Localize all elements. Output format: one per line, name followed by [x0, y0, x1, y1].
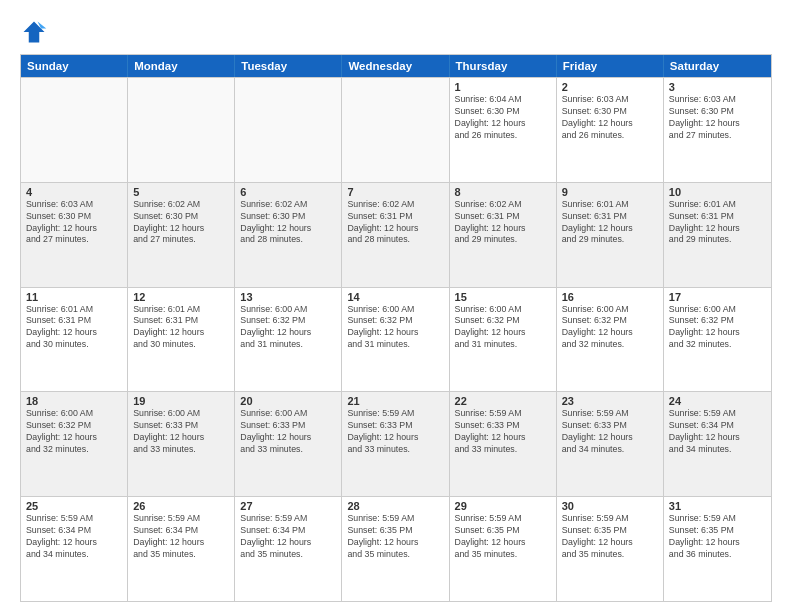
day-number: 5	[133, 186, 229, 198]
day-number: 4	[26, 186, 122, 198]
table-row: 21Sunrise: 5:59 AM Sunset: 6:33 PM Dayli…	[342, 392, 449, 496]
day-number: 7	[347, 186, 443, 198]
table-row: 18Sunrise: 6:00 AM Sunset: 6:32 PM Dayli…	[21, 392, 128, 496]
day-number: 14	[347, 291, 443, 303]
day-number: 30	[562, 500, 658, 512]
logo-icon	[20, 18, 48, 46]
cal-header-monday: Monday	[128, 55, 235, 77]
day-number: 19	[133, 395, 229, 407]
day-number: 15	[455, 291, 551, 303]
table-row: 31Sunrise: 5:59 AM Sunset: 6:35 PM Dayli…	[664, 497, 771, 601]
day-number: 8	[455, 186, 551, 198]
calendar: SundayMondayTuesdayWednesdayThursdayFrid…	[20, 54, 772, 602]
day-number: 9	[562, 186, 658, 198]
day-number: 1	[455, 81, 551, 93]
day-number: 17	[669, 291, 766, 303]
day-info: Sunrise: 5:59 AM Sunset: 6:35 PM Dayligh…	[347, 513, 443, 561]
day-info: Sunrise: 6:00 AM Sunset: 6:33 PM Dayligh…	[133, 408, 229, 456]
day-info: Sunrise: 6:01 AM Sunset: 6:31 PM Dayligh…	[562, 199, 658, 247]
table-row: 25Sunrise: 5:59 AM Sunset: 6:34 PM Dayli…	[21, 497, 128, 601]
day-info: Sunrise: 5:59 AM Sunset: 6:34 PM Dayligh…	[133, 513, 229, 561]
day-info: Sunrise: 6:02 AM Sunset: 6:30 PM Dayligh…	[133, 199, 229, 247]
table-row: 19Sunrise: 6:00 AM Sunset: 6:33 PM Dayli…	[128, 392, 235, 496]
day-number: 20	[240, 395, 336, 407]
cal-week-2: 4Sunrise: 6:03 AM Sunset: 6:30 PM Daylig…	[21, 182, 771, 287]
day-info: Sunrise: 6:02 AM Sunset: 6:30 PM Dayligh…	[240, 199, 336, 247]
day-info: Sunrise: 6:04 AM Sunset: 6:30 PM Dayligh…	[455, 94, 551, 142]
day-info: Sunrise: 6:00 AM Sunset: 6:32 PM Dayligh…	[455, 304, 551, 352]
table-row: 16Sunrise: 6:00 AM Sunset: 6:32 PM Dayli…	[557, 288, 664, 392]
day-number: 10	[669, 186, 766, 198]
table-row: 27Sunrise: 5:59 AM Sunset: 6:34 PM Dayli…	[235, 497, 342, 601]
cal-header-wednesday: Wednesday	[342, 55, 449, 77]
day-info: Sunrise: 5:59 AM Sunset: 6:33 PM Dayligh…	[562, 408, 658, 456]
table-row: 12Sunrise: 6:01 AM Sunset: 6:31 PM Dayli…	[128, 288, 235, 392]
day-info: Sunrise: 5:59 AM Sunset: 6:33 PM Dayligh…	[455, 408, 551, 456]
table-row	[235, 78, 342, 182]
table-row	[128, 78, 235, 182]
day-number: 18	[26, 395, 122, 407]
day-info: Sunrise: 6:02 AM Sunset: 6:31 PM Dayligh…	[455, 199, 551, 247]
table-row: 14Sunrise: 6:00 AM Sunset: 6:32 PM Dayli…	[342, 288, 449, 392]
day-number: 28	[347, 500, 443, 512]
day-info: Sunrise: 6:03 AM Sunset: 6:30 PM Dayligh…	[669, 94, 766, 142]
day-number: 16	[562, 291, 658, 303]
day-number: 12	[133, 291, 229, 303]
table-row: 10Sunrise: 6:01 AM Sunset: 6:31 PM Dayli…	[664, 183, 771, 287]
table-row: 28Sunrise: 5:59 AM Sunset: 6:35 PM Dayli…	[342, 497, 449, 601]
day-info: Sunrise: 6:01 AM Sunset: 6:31 PM Dayligh…	[669, 199, 766, 247]
table-row: 26Sunrise: 5:59 AM Sunset: 6:34 PM Dayli…	[128, 497, 235, 601]
day-info: Sunrise: 5:59 AM Sunset: 6:35 PM Dayligh…	[455, 513, 551, 561]
table-row: 1Sunrise: 6:04 AM Sunset: 6:30 PM Daylig…	[450, 78, 557, 182]
table-row: 13Sunrise: 6:00 AM Sunset: 6:32 PM Dayli…	[235, 288, 342, 392]
day-number: 31	[669, 500, 766, 512]
calendar-header: SundayMondayTuesdayWednesdayThursdayFrid…	[21, 55, 771, 77]
table-row	[21, 78, 128, 182]
day-info: Sunrise: 5:59 AM Sunset: 6:35 PM Dayligh…	[669, 513, 766, 561]
table-row: 9Sunrise: 6:01 AM Sunset: 6:31 PM Daylig…	[557, 183, 664, 287]
day-number: 22	[455, 395, 551, 407]
logo	[20, 18, 52, 46]
day-number: 21	[347, 395, 443, 407]
day-number: 13	[240, 291, 336, 303]
table-row: 2Sunrise: 6:03 AM Sunset: 6:30 PM Daylig…	[557, 78, 664, 182]
day-number: 6	[240, 186, 336, 198]
day-info: Sunrise: 6:00 AM Sunset: 6:32 PM Dayligh…	[240, 304, 336, 352]
cal-header-saturday: Saturday	[664, 55, 771, 77]
day-number: 26	[133, 500, 229, 512]
table-row: 8Sunrise: 6:02 AM Sunset: 6:31 PM Daylig…	[450, 183, 557, 287]
day-info: Sunrise: 6:03 AM Sunset: 6:30 PM Dayligh…	[562, 94, 658, 142]
day-info: Sunrise: 6:00 AM Sunset: 6:32 PM Dayligh…	[669, 304, 766, 352]
cal-week-5: 25Sunrise: 5:59 AM Sunset: 6:34 PM Dayli…	[21, 496, 771, 601]
day-info: Sunrise: 6:03 AM Sunset: 6:30 PM Dayligh…	[26, 199, 122, 247]
day-info: Sunrise: 5:59 AM Sunset: 6:34 PM Dayligh…	[669, 408, 766, 456]
table-row: 29Sunrise: 5:59 AM Sunset: 6:35 PM Dayli…	[450, 497, 557, 601]
table-row: 11Sunrise: 6:01 AM Sunset: 6:31 PM Dayli…	[21, 288, 128, 392]
day-number: 3	[669, 81, 766, 93]
day-number: 23	[562, 395, 658, 407]
header	[20, 18, 772, 46]
day-info: Sunrise: 6:01 AM Sunset: 6:31 PM Dayligh…	[26, 304, 122, 352]
table-row: 3Sunrise: 6:03 AM Sunset: 6:30 PM Daylig…	[664, 78, 771, 182]
table-row: 4Sunrise: 6:03 AM Sunset: 6:30 PM Daylig…	[21, 183, 128, 287]
cal-week-4: 18Sunrise: 6:00 AM Sunset: 6:32 PM Dayli…	[21, 391, 771, 496]
table-row: 7Sunrise: 6:02 AM Sunset: 6:31 PM Daylig…	[342, 183, 449, 287]
table-row: 17Sunrise: 6:00 AM Sunset: 6:32 PM Dayli…	[664, 288, 771, 392]
table-row	[342, 78, 449, 182]
cal-header-friday: Friday	[557, 55, 664, 77]
cal-header-tuesday: Tuesday	[235, 55, 342, 77]
day-info: Sunrise: 5:59 AM Sunset: 6:33 PM Dayligh…	[347, 408, 443, 456]
day-number: 29	[455, 500, 551, 512]
table-row: 30Sunrise: 5:59 AM Sunset: 6:35 PM Dayli…	[557, 497, 664, 601]
table-row: 15Sunrise: 6:00 AM Sunset: 6:32 PM Dayli…	[450, 288, 557, 392]
day-info: Sunrise: 6:02 AM Sunset: 6:31 PM Dayligh…	[347, 199, 443, 247]
day-info: Sunrise: 5:59 AM Sunset: 6:35 PM Dayligh…	[562, 513, 658, 561]
table-row: 6Sunrise: 6:02 AM Sunset: 6:30 PM Daylig…	[235, 183, 342, 287]
day-info: Sunrise: 5:59 AM Sunset: 6:34 PM Dayligh…	[240, 513, 336, 561]
day-info: Sunrise: 6:00 AM Sunset: 6:32 PM Dayligh…	[562, 304, 658, 352]
day-number: 11	[26, 291, 122, 303]
table-row: 20Sunrise: 6:00 AM Sunset: 6:33 PM Dayli…	[235, 392, 342, 496]
table-row: 24Sunrise: 5:59 AM Sunset: 6:34 PM Dayli…	[664, 392, 771, 496]
day-info: Sunrise: 6:00 AM Sunset: 6:32 PM Dayligh…	[26, 408, 122, 456]
cal-header-sunday: Sunday	[21, 55, 128, 77]
